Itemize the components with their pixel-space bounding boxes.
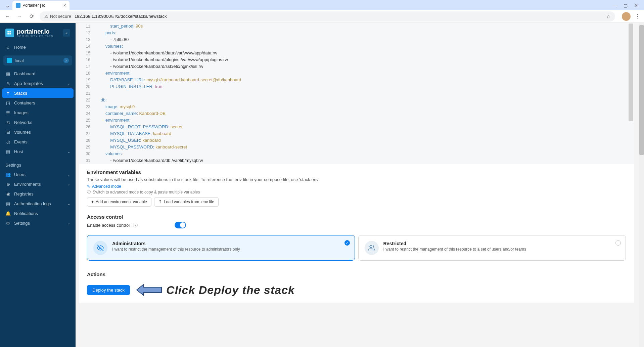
reload-icon[interactable]: ⟳ bbox=[28, 13, 36, 19]
code-line[interactable]: 27 MYSQL_DATABASE: kanboard bbox=[79, 130, 634, 137]
deploy-stack-button[interactable]: Deploy the stack bbox=[87, 285, 130, 295]
sidebar-settings-item-environments[interactable]: ⊕Environments⌄ bbox=[0, 179, 76, 189]
access-control-section: Access control Enable access control ? bbox=[79, 209, 634, 235]
code-line[interactable]: 18 environment: bbox=[79, 70, 634, 77]
box-icon: ◳ bbox=[5, 100, 11, 105]
sidebar-item-containers[interactable]: ◳Containers bbox=[0, 98, 76, 108]
dashboard-icon: ▦ bbox=[5, 71, 11, 76]
code-line[interactable]: 19 DATABASE_URL: mysql://kanboard:kanboa… bbox=[79, 77, 634, 83]
actions-title: Actions bbox=[87, 271, 626, 277]
edit-icon: ✎ bbox=[5, 81, 11, 86]
address-field[interactable]: ⚠ Not secure 192.168.1.18:9000/#!/2/dock… bbox=[40, 11, 615, 21]
code-line[interactable]: 12 ports: bbox=[79, 30, 634, 36]
forward-icon[interactable]: → bbox=[15, 13, 24, 19]
access-card-administrators[interactable]: Administrators I want to restrict the ma… bbox=[87, 235, 355, 261]
line-number: 14 bbox=[79, 43, 96, 50]
sidebar-item-dashboard[interactable]: ▦Dashboard bbox=[0, 69, 76, 79]
access-control-toggle[interactable] bbox=[175, 222, 186, 228]
tabs-dropdown-icon[interactable]: ⌄ bbox=[3, 1, 12, 10]
window-close-icon[interactable]: ✕ bbox=[634, 3, 638, 8]
line-number: 29 bbox=[79, 144, 96, 150]
sidebar-item-label: Environments bbox=[14, 182, 41, 187]
help-icon[interactable]: ? bbox=[133, 223, 138, 227]
tab-close-icon[interactable]: × bbox=[63, 3, 66, 8]
line-number: 25 bbox=[79, 117, 96, 124]
line-number: 12 bbox=[79, 30, 96, 36]
sidebar: portainer.io COMMUNITY EDITION « ⌂ Home … bbox=[0, 23, 76, 347]
security-badge[interactable]: ⚠ Not secure bbox=[44, 14, 71, 19]
sidebar-item-stacks[interactable]: ≡Stacks bbox=[2, 88, 74, 98]
sidebar-item-volumes[interactable]: ⊟Volumes bbox=[0, 127, 76, 137]
editor-scroll-thumb[interactable] bbox=[629, 24, 633, 121]
code-line[interactable]: 14 volumes: bbox=[79, 43, 634, 50]
code-line[interactable]: 25 environment: bbox=[79, 117, 634, 124]
code-line[interactable]: 13 - 7565:80 bbox=[79, 36, 634, 43]
code-line[interactable]: 22 db: bbox=[79, 97, 634, 103]
back-icon[interactable]: ← bbox=[3, 13, 11, 19]
file-icon: ▤ bbox=[5, 201, 11, 206]
window-maximize-icon[interactable]: ▢ bbox=[624, 3, 628, 8]
sidebar-settings-item-registries[interactable]: ◉Registries bbox=[0, 189, 76, 199]
warning-icon: ⚠ bbox=[44, 14, 48, 19]
code-line[interactable]: 20 PLUGIN_INSTALLER: true bbox=[79, 83, 634, 90]
chevron-down-icon: ⌄ bbox=[67, 150, 70, 154]
browser-address-bar: ← → ⟳ ⚠ Not secure 192.168.1.18:9000/#!/… bbox=[0, 10, 644, 23]
line-content: container_name: Kanboard-DB bbox=[96, 110, 634, 117]
load-env-file-button[interactable]: ⤒ Load variables from .env file bbox=[154, 197, 219, 207]
restricted-card-title: Restricted bbox=[383, 241, 526, 246]
code-line[interactable]: 31 - /volume1/docker/kanboard/db:/var/li… bbox=[79, 157, 634, 164]
page-scroll-thumb[interactable] bbox=[639, 25, 644, 155]
browser-tab[interactable]: Portainer | lo × bbox=[12, 1, 70, 10]
profile-avatar[interactable] bbox=[622, 12, 631, 21]
code-line[interactable]: 15 - /volume1/docker/kanboard/data:/var/… bbox=[79, 50, 634, 56]
code-line[interactable]: 30 volumes: bbox=[79, 150, 634, 157]
bookmark-icon[interactable]: ☆ bbox=[606, 14, 610, 19]
code-line[interactable]: 11 start_period: 90s bbox=[79, 23, 634, 30]
add-env-var-button[interactable]: + Add an environment variable bbox=[87, 197, 151, 207]
sidebar-item-label: Networks bbox=[14, 120, 32, 125]
access-card-restricted[interactable]: Restricted I want to restrict the manage… bbox=[358, 235, 626, 261]
users-icon bbox=[365, 241, 379, 255]
sidebar-settings-item-notifications[interactable]: 🔔Notifications bbox=[0, 209, 76, 218]
sidebar-item-label: Home bbox=[14, 45, 26, 50]
code-line[interactable]: 16 - /volume1/docker/kanboard/plugins:/v… bbox=[79, 56, 634, 63]
code-line[interactable]: 23 image: mysql:9 bbox=[79, 103, 634, 110]
editor-scrollbar[interactable] bbox=[629, 24, 633, 163]
sidebar-settings-item-users[interactable]: 👥Users⌄ bbox=[0, 170, 76, 179]
line-content: db: bbox=[96, 97, 634, 103]
sidebar-item-label: Stacks bbox=[14, 91, 27, 96]
window-minimize-icon[interactable]: — bbox=[612, 3, 617, 8]
advanced-mode-link[interactable]: ✎ Advanced mode bbox=[87, 184, 626, 189]
line-number: 23 bbox=[79, 103, 96, 110]
sidebar-item-home[interactable]: ⌂ Home bbox=[0, 42, 76, 52]
environment-pill[interactable]: local × bbox=[3, 55, 72, 66]
code-line[interactable]: 29 MYSQL_PASSWORD: kanboard-secret bbox=[79, 144, 634, 150]
sidebar-collapse-button[interactable]: « bbox=[63, 29, 70, 37]
sidebar-item-events[interactable]: ◷Events bbox=[0, 137, 76, 147]
code-line[interactable]: 28 MYSQL_USER: kanboard bbox=[79, 137, 634, 144]
access-section-title: Access control bbox=[87, 214, 626, 220]
sidebar-item-host[interactable]: ▤Host⌄ bbox=[0, 147, 76, 157]
kebab-menu-icon[interactable]: ⋮ bbox=[635, 13, 641, 19]
sidebar-item-images[interactable]: ☰Images bbox=[0, 108, 76, 118]
line-content: PLUGIN_INSTALLER: true bbox=[96, 83, 634, 90]
sidebar-settings-item-authentication-logs[interactable]: ▤Authentication logs⌄ bbox=[0, 199, 76, 209]
line-content: environment: bbox=[96, 117, 634, 124]
line-content: DATABASE_URL: mysql://kanboard:kanboard-… bbox=[96, 77, 634, 83]
line-content: MYSQL_PASSWORD: kanboard-secret bbox=[96, 144, 634, 150]
yaml-editor[interactable]: 11 start_period: 90s12 ports:13 - 7565:8… bbox=[79, 23, 634, 164]
environment-close-icon[interactable]: × bbox=[63, 58, 69, 63]
line-number: 22 bbox=[79, 97, 96, 103]
sidebar-item-label: Registries bbox=[14, 191, 34, 197]
page-scrollbar[interactable] bbox=[639, 23, 644, 347]
sidebar-item-app-templates[interactable]: ✎App Templates⌄ bbox=[0, 79, 76, 88]
code-line[interactable]: 24 container_name: Kanboard-DB bbox=[79, 110, 634, 117]
code-line[interactable]: 26 MYSQL_ROOT_PASSWORD: secret bbox=[79, 124, 634, 130]
code-line[interactable]: 17 - /volume1/docker/kanboard/ssl:/etc/n… bbox=[79, 63, 634, 70]
sidebar-settings-heading: Settings bbox=[0, 157, 76, 170]
radio-unchecked-icon bbox=[615, 240, 621, 246]
sidebar-item-networks[interactable]: ⇆Networks bbox=[0, 118, 76, 127]
code-line[interactable]: 21 bbox=[79, 90, 634, 97]
sidebar-settings-item-settings[interactable]: ⚙Settings⌄ bbox=[0, 218, 76, 228]
users-icon: 👥 bbox=[5, 172, 11, 177]
